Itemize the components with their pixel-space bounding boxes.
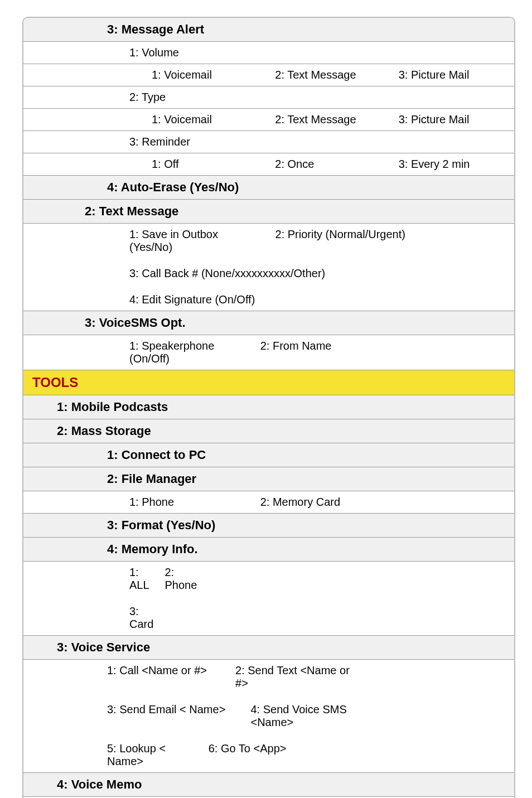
- row-memory-info-options: 1: ALL 2: Phone 3: Card: [23, 562, 514, 636]
- opt-memory-card: 2: Memory Card: [260, 496, 378, 509]
- label-reminder: 3: Reminder: [129, 136, 190, 148]
- row-volume-header: 1: Volume: [23, 42, 514, 64]
- header-mass-storage: 2: Mass Storage: [57, 424, 151, 438]
- opt-call-back: 3: Call Back # (None/xxxxxxxxxx/Other): [129, 267, 325, 280]
- row-mass-storage: 2: Mass Storage: [23, 419, 514, 443]
- row-text-message-options: 1: Save in Outbox (Yes/No) 2: Priority (…: [23, 224, 514, 311]
- header-message-alert: 3: Message Alert: [107, 22, 204, 37]
- opt-from-name: 2: From Name: [260, 340, 378, 352]
- opt-all: 1: ALL: [129, 566, 151, 592]
- opt-send-voice-sms: 4: Send Voice SMS <Name>: [250, 703, 380, 729]
- row-tools-header: TOOLS: [23, 370, 514, 395]
- menu-table: 3: Message Alert 1: Volume 1: Voicemail …: [22, 17, 515, 798]
- opt-text-message: 2: Text Message: [275, 113, 385, 126]
- opt-off: 1: Off: [152, 158, 262, 171]
- opt-phone: 1: Phone: [129, 496, 247, 509]
- opt-edit-signature: 4: Edit Signature (On/Off): [129, 293, 255, 306]
- row-auto-erase: 4: Auto-Erase (Yes/No): [23, 176, 514, 200]
- row-voicesms-opt: 3: VoiceSMS Opt.: [23, 311, 514, 335]
- row-type-header: 2: Type: [23, 86, 514, 109]
- opt-every-2-min: 3: Every 2 min: [399, 158, 509, 171]
- opt-send-email: 3: Send Email < Name>: [107, 703, 237, 729]
- row-format: 3: Format (Yes/No): [23, 514, 514, 538]
- row-volume-options: 1: Voicemail 2: Text Message 3: Picture …: [23, 64, 514, 86]
- opt-once: 2: Once: [275, 158, 385, 171]
- opt-priority: 2: Priority (Normal/Urgent): [275, 228, 408, 254]
- label-memory-info: 4: Memory Info.: [107, 542, 198, 557]
- row-reminder-options: 1: Off 2: Once 3: Every 2 min: [23, 153, 514, 176]
- row-file-manager: 2: File Manager: [23, 467, 514, 491]
- header-tools: TOOLS: [32, 375, 78, 390]
- row-voicesms-options: 1: Speakerphone (On/Off) 2: From Name: [23, 335, 514, 370]
- header-voice-service: 3: Voice Service: [57, 640, 150, 655]
- row-memory-info: 4: Memory Info.: [23, 538, 514, 562]
- row-reminder-header: 3: Reminder: [23, 131, 514, 153]
- row-type-options: 1: Voicemail 2: Text Message 3: Picture …: [23, 109, 514, 131]
- opt-text-message: 2: Text Message: [275, 69, 385, 81]
- opt-lookup: 5: Lookup < Name>: [107, 742, 195, 768]
- label-connect-pc: 1: Connect to PC: [107, 448, 206, 462]
- opt-go-to: 6: Go To <App>: [209, 742, 297, 768]
- header-text-message: 2: Text Message: [85, 204, 178, 219]
- label-volume: 1: Volume: [129, 46, 179, 59]
- row-voice-service-options: 1: Call <Name or #> 2: Send Text <Name o…: [23, 660, 514, 773]
- row-voice-memo: 4: Voice Memo: [23, 773, 514, 797]
- opt-picture-mail: 3: Picture Mail: [399, 69, 509, 81]
- header-voice-memo: 4: Voice Memo: [57, 777, 142, 792]
- opt-card: 3: Card: [129, 605, 153, 631]
- opt-save-outbox: 1: Save in Outbox (Yes/No): [129, 228, 262, 254]
- opt-picture-mail: 3: Picture Mail: [399, 113, 509, 126]
- opt-phone: 2: Phone: [165, 566, 197, 592]
- label-file-manager: 2: File Manager: [107, 472, 196, 486]
- opt-send-text: 2: Send Text <Name or #>: [235, 664, 350, 690]
- opt-voicemail: 1: Voicemail: [152, 113, 262, 126]
- opt-call: 1: Call <Name or #>: [107, 664, 222, 690]
- header-mobile-podcasts: 1: Mobile Podcasts: [57, 400, 168, 414]
- label-format: 3: Format (Yes/No): [107, 518, 215, 533]
- row-mobile-podcasts: 1: Mobile Podcasts: [23, 395, 514, 419]
- row-connect-pc: 1: Connect to PC: [23, 443, 514, 467]
- label-type: 2: Type: [129, 91, 166, 104]
- header-voicesms-opt: 3: VoiceSMS Opt.: [85, 316, 186, 330]
- opt-speakerphone: 1: Speakerphone (On/Off): [129, 340, 247, 365]
- row-voice-service: 3: Voice Service: [23, 636, 514, 660]
- row-message-alert: 3: Message Alert: [23, 18, 514, 42]
- row-file-manager-options: 1: Phone 2: Memory Card: [23, 491, 514, 514]
- label-auto-erase: 4: Auto-Erase (Yes/No): [107, 180, 239, 195]
- opt-voicemail: 1: Voicemail: [152, 69, 262, 81]
- row-text-message: 2: Text Message: [23, 200, 514, 224]
